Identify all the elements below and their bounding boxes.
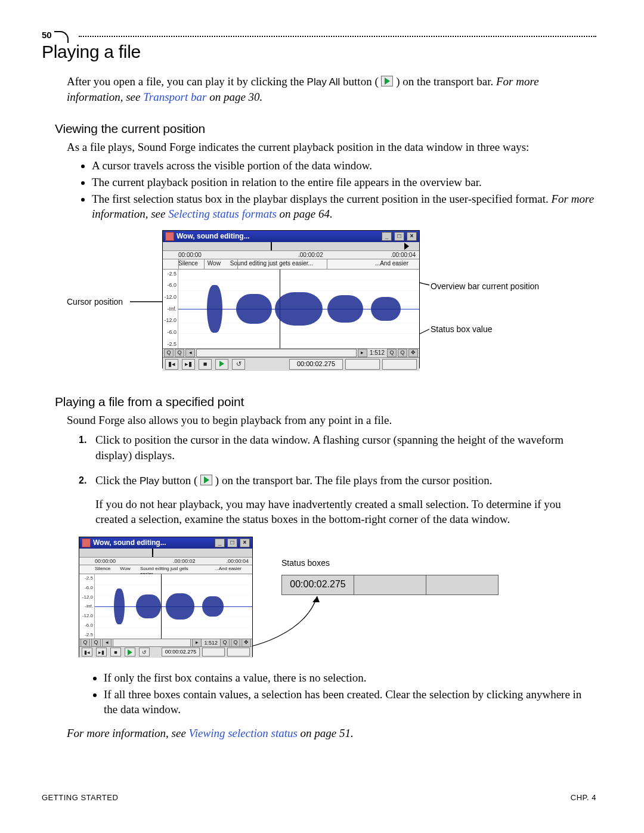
closing-xref: For more information, see Viewing select… — [67, 726, 596, 741]
maximize-icon[interactable]: □ — [227, 538, 237, 547]
time-ruler-small[interactable]: 00:00:00 .00:00:02 .00:00:04 — [79, 558, 252, 565]
page-number-value: 50 — [42, 30, 52, 40]
ruler-tick-4: .00:00:04 — [391, 252, 416, 258]
play-button[interactable] — [125, 648, 135, 657]
horizontal-scrollbar-small[interactable]: Q Q ◂ ▸ 1:512 Q Q ✥ — [79, 639, 252, 646]
step-2-text-c: ) on the transport bar. The file plays f… — [215, 474, 493, 487]
time-ruler[interactable]: 00:00:00 .00:00:02 .00:00:04 — [163, 251, 419, 259]
marker-easier: Sound editing just gets easier... — [140, 566, 205, 573]
zoom-ratio: 1:512 — [204, 640, 218, 646]
marker-silence: Silence — [95, 566, 110, 573]
level-pan-icon[interactable]: ✥ — [408, 349, 418, 357]
heading-playing-from-point: Playing a file from a specified point — [55, 395, 596, 409]
go-start-button[interactable]: ▮◂ — [165, 359, 178, 370]
playbar-small: ▮◂ ▸▮ ■ ↺ 00:00:02.275 — [79, 646, 252, 658]
play-button[interactable] — [215, 359, 228, 370]
loop-button[interactable]: ↺ — [139, 648, 150, 657]
zoom-out-level-icon[interactable]: Q — [220, 639, 230, 647]
zoom-out-time-icon[interactable]: Q — [80, 639, 90, 647]
db-val: -12.0 — [80, 594, 93, 600]
marker-and-easier: ...And easier — [375, 260, 408, 268]
go-start-button[interactable]: ▮◂ — [82, 648, 92, 657]
go-end-button[interactable]: ▸▮ — [96, 648, 107, 657]
stop-button[interactable]: ■ — [199, 359, 212, 370]
zoom-out-time-icon[interactable]: Q — [164, 349, 174, 357]
waveform-display-small[interactable]: -2.5 -6.0 -12.0 -Inf. -12.0 -6.0 -2.5 — [79, 574, 252, 639]
intro-text-3: ) on the transport bar. — [396, 75, 496, 88]
step-2-text-b: button ( — [162, 474, 200, 487]
link-selecting-status-formats[interactable]: Selecting status formats — [168, 208, 277, 220]
playbar: ▮◂ ▸▮ ■ ↺ 00:00:02.275 — [163, 357, 419, 371]
db-val: -2.5 — [164, 271, 177, 277]
scroll-left-icon[interactable]: ◂ — [185, 349, 195, 357]
scroll-right-icon[interactable]: ▸ — [192, 639, 202, 647]
scroll-track[interactable] — [113, 639, 191, 647]
window-titlebar-small[interactable]: Wow, sound editing... _ □ × — [79, 537, 252, 549]
marker-bar-small[interactable]: Silence Wow Sound editing just gets easi… — [79, 565, 252, 574]
position-bullet-list: A cursor travels across the visible port… — [79, 158, 596, 222]
figure-status-boxes: Status boxes 00:00:02.275 Wow, sound edi… — [79, 537, 544, 662]
db-val: -6.0 — [164, 329, 177, 335]
step-1: Click to position the cursor in the data… — [92, 432, 596, 463]
page: 50 Playing a file After you open a file,… — [0, 0, 644, 833]
link-transport-bar[interactable]: Transport bar — [143, 91, 206, 103]
scroll-right-icon[interactable]: ▸ — [358, 349, 367, 357]
footer-chapter: CHP. 4 — [571, 793, 596, 802]
app-icon — [82, 538, 91, 547]
close-icon[interactable]: × — [240, 538, 250, 547]
db-val: -6.0 — [164, 282, 177, 288]
p-specified-point: Sound Forge also allows you to begin pla… — [67, 413, 596, 428]
status-box-3 — [382, 359, 417, 370]
marker-bar[interactable]: Silence Wow Sound editing just gets easi… — [163, 259, 419, 270]
window-title-small: Wow, sound editing... — [93, 538, 166, 547]
horizontal-scrollbar[interactable]: Q Q ◂ ▸ 1:512 Q Q ✥ — [163, 348, 419, 357]
level-pan-icon[interactable]: ✥ — [242, 639, 251, 647]
maximize-icon[interactable]: □ — [394, 232, 404, 241]
zoom-out-level-icon[interactable]: Q — [387, 349, 397, 357]
header-rule: 50 — [79, 36, 596, 37]
scroll-left-icon[interactable]: ◂ — [102, 639, 112, 647]
app-icon — [165, 232, 174, 241]
db-val: -6.0 — [80, 585, 93, 590]
bullet-selection-exists: If all three boxes contain values, a sel… — [104, 687, 596, 717]
step-2-extra: If you do not hear playback, you may hav… — [95, 497, 596, 527]
stop-button[interactable]: ■ — [110, 648, 121, 657]
closing-xref-lead: For more information, see — [67, 727, 189, 739]
waveform-display[interactable]: -2.5 -6.0 -12.0 -Inf. -12.0 -6.0 -2.5 — [163, 270, 419, 348]
status-box-2 — [202, 648, 225, 657]
bullet-overview: The current playback position in relatio… — [92, 175, 596, 190]
play-all-icon — [381, 76, 393, 86]
overview-bar[interactable] — [163, 242, 419, 251]
zoom-in-level-icon[interactable]: Q — [398, 349, 407, 357]
zoom-in-level-icon[interactable]: Q — [231, 639, 240, 647]
zoom-in-time-icon[interactable]: Q — [91, 639, 101, 647]
db-val: -2.5 — [80, 575, 93, 581]
waveform-area[interactable] — [178, 270, 419, 348]
waveform-area-small[interactable] — [95, 574, 252, 639]
status-box-position: 00:00:02.275 — [289, 359, 343, 370]
db-val: -2.5 — [164, 341, 177, 347]
window-titlebar[interactable]: Wow, sound editing... _ □ × — [163, 231, 419, 242]
minimize-icon[interactable]: _ — [382, 232, 392, 241]
zoom-in-time-icon[interactable]: Q — [175, 349, 184, 357]
sound-forge-window-small: Wow, sound editing... _ □ × 00:00:00 .00… — [79, 537, 253, 657]
step-2: Click the Play button ( ) on the transpo… — [92, 473, 596, 527]
loop-button[interactable]: ↺ — [232, 359, 245, 370]
bullet-cursor: A cursor travels across the visible port… — [92, 158, 596, 174]
minimize-icon[interactable]: _ — [215, 538, 225, 547]
link-viewing-selection-status[interactable]: Viewing selection status — [189, 727, 298, 739]
overview-bar-small[interactable] — [79, 549, 252, 558]
go-end-button[interactable]: ▸▮ — [182, 359, 195, 370]
intro-text-1: After you open a file, you can play it b… — [67, 75, 307, 88]
scroll-track[interactable] — [196, 349, 357, 357]
intro-paragraph: After you open a file, you can play it b… — [67, 74, 596, 105]
heading-playing-a-file: Playing a file — [42, 42, 596, 62]
sound-forge-window: Wow, sound editing... _ □ × 00:00:00 .00… — [162, 230, 420, 368]
steps-list: Click to position the cursor in the data… — [79, 432, 596, 527]
header-arc-icon — [54, 31, 69, 43]
status-box-group: 00:00:02.275 — [289, 359, 417, 370]
svg-marker-4 — [312, 596, 320, 602]
close-icon[interactable]: × — [407, 232, 417, 241]
footer-section: GETTING STARTED — [42, 793, 118, 802]
db-val: -12.0 — [164, 294, 177, 300]
